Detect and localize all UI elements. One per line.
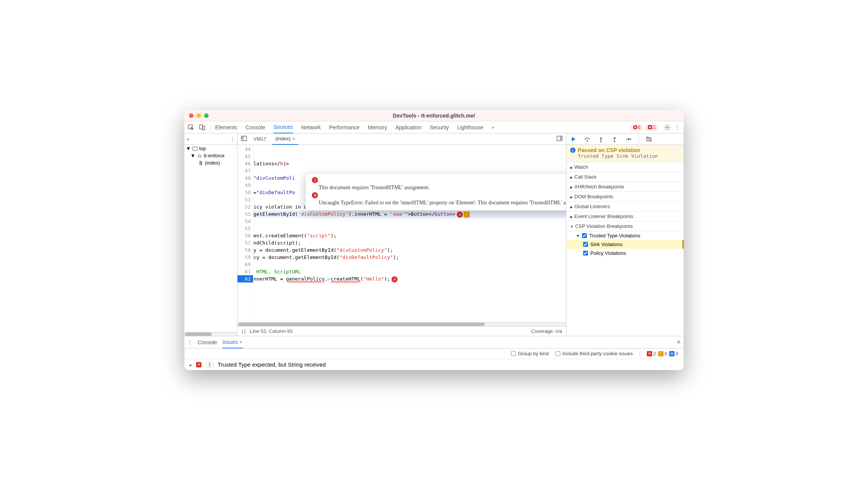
error-count-badge[interactable]: 6	[631, 124, 643, 130]
issues-blue-badge: ⊟0	[669, 351, 678, 356]
status-bar: {}Line 53, Column 93 Coverage: n/a	[237, 326, 566, 336]
drawer-close-icon[interactable]: ×	[676, 338, 681, 346]
tab-console[interactable]: Console	[245, 122, 265, 133]
error-icon: ✕	[196, 362, 201, 367]
svg-point-10	[601, 141, 601, 141]
svg-rect-1	[200, 125, 203, 129]
issue-text: Trusted Type expected, but String receiv…	[218, 361, 326, 368]
pause-subtitle: Trusted Type Sink Violation	[570, 153, 680, 159]
inspect-icon[interactable]	[187, 124, 194, 131]
navigator-menu-icon[interactable]: ⋮	[230, 136, 235, 142]
issues-yellow-badge: !0	[658, 351, 667, 356]
svg-rect-2	[203, 126, 205, 130]
debugger-panel: iPaused on CSP violation Trusted Type Si…	[566, 133, 684, 336]
svg-rect-0	[188, 125, 192, 129]
navigator-panel: » ⋮ ▼ top ▼ tt-enforce (index)	[184, 133, 237, 336]
section-callstack[interactable]: Call Stack	[566, 172, 684, 182]
step-icon[interactable]	[625, 136, 632, 143]
titlebar: DevTools - tt-enforced.glitch.me/	[184, 110, 684, 121]
cursor-position: Line 53, Column 93	[250, 328, 292, 334]
issue-trusted-type[interactable]: ✕ 1 Trusted Type expected, but String re…	[184, 359, 684, 370]
checkbox-policy[interactable]	[583, 251, 588, 256]
window-title: DevTools - tt-enforced.glitch.me/	[184, 113, 684, 119]
file-tabs: VM17 (index)	[237, 133, 566, 145]
file-tab-index[interactable]: (index)	[272, 133, 299, 145]
devtools-window: DevTools - tt-enforced.glitch.me/ Elemen…	[184, 110, 684, 370]
step-over-icon[interactable]	[584, 136, 591, 143]
svg-point-5	[667, 126, 668, 128]
code-editor[interactable]: 44454647484950515253545556575859606162 l…	[237, 145, 566, 322]
error-tooltip: 2 This document requires 'TrustedHTML' a…	[306, 174, 566, 210]
drawer-tabs: ⋮ Console Issues ×	[184, 336, 684, 348]
svg-point-12	[630, 138, 631, 139]
tab-security[interactable]: Security	[430, 122, 449, 133]
section-dom[interactable]: DOM Breakpoints	[566, 192, 684, 202]
pause-banner: iPaused on CSP violation Trusted Type Si…	[566, 145, 684, 162]
drawer-tab-issues[interactable]: Issues	[222, 336, 242, 348]
main-area: » ⋮ ▼ top ▼ tt-enforce (index) VM17 (ind…	[184, 133, 684, 336]
tab-memory[interactable]: Memory	[368, 122, 387, 133]
coverage-status: Coverage: n/a	[531, 328, 562, 334]
gear-icon[interactable]	[664, 124, 671, 131]
tree-file-index[interactable]: (index)	[184, 159, 237, 166]
csp-sink-violations[interactable]: Sink Violations	[566, 240, 684, 249]
braces-icon[interactable]: {}	[241, 328, 246, 334]
svg-point-9	[587, 140, 588, 141]
close-icon	[239, 339, 243, 345]
resume-icon[interactable]	[570, 136, 577, 143]
tab-network[interactable]: Network	[301, 122, 321, 133]
svg-point-11	[614, 141, 615, 141]
close-icon[interactable]	[292, 135, 296, 142]
navigator-expand-icon[interactable]: »	[187, 136, 189, 142]
error-icon: ✕	[312, 192, 318, 198]
file-tab-vm17[interactable]: VM17	[250, 134, 269, 144]
tab-performance[interactable]: Performance	[329, 122, 359, 133]
deactivate-breakpoints-icon[interactable]	[646, 136, 653, 143]
issues-red-badge: ✕2	[647, 351, 656, 356]
checkbox-sink[interactable]	[583, 242, 588, 247]
main-tabs: Elements Console Sources Network Perform…	[215, 121, 626, 133]
checkbox-trusted[interactable]	[582, 233, 587, 238]
drawer-toolbar: Group by kind Include third-party cookie…	[184, 348, 684, 359]
tree-origin[interactable]: ▼ tt-enforce	[184, 152, 237, 159]
svg-rect-6	[193, 147, 197, 150]
expand-icon[interactable]	[190, 361, 192, 368]
section-event[interactable]: Event Listener Breakpoints	[566, 212, 684, 221]
drawer-tab-console[interactable]: Console	[198, 337, 217, 348]
svg-text:i: i	[572, 148, 574, 152]
issues-count-badge[interactable]: 2	[646, 124, 658, 130]
section-global[interactable]: Global Listeners	[566, 202, 684, 212]
code-scrollbar[interactable]	[237, 322, 566, 326]
drawer-menu-icon[interactable]: ⋮	[187, 339, 192, 345]
tooltip-line2: Uncaught TypeError: Failed to set the 'i…	[310, 199, 566, 207]
navigate-icon[interactable]	[241, 135, 247, 143]
step-out-icon[interactable]	[611, 136, 618, 143]
include-third-party[interactable]: Include third-party cookie issues	[555, 351, 633, 356]
tab-lighthouse[interactable]: Lighthouse	[457, 122, 483, 133]
run-snippet-icon[interactable]	[556, 135, 563, 143]
section-xhr[interactable]: XHR/fetch Breakpoints	[566, 182, 684, 192]
kebab-icon[interactable]: ⋮	[674, 124, 681, 131]
step-into-icon[interactable]	[598, 136, 604, 143]
code-panel: VM17 (index) 444546474849505152535455565…	[237, 133, 566, 336]
tab-application[interactable]: Application	[395, 122, 421, 133]
tab-elements[interactable]: Elements	[215, 122, 237, 133]
csp-trusted-types[interactable]: ▼Trusted Type Violations	[566, 231, 684, 240]
main-toolbar: Elements Console Sources Network Perform…	[184, 121, 684, 133]
line-gutter: 44454647484950515253545556575859606162	[237, 145, 253, 322]
tree-top[interactable]: ▼ top	[184, 145, 237, 152]
group-by-kind[interactable]: Group by kind	[511, 351, 549, 356]
csp-policy-violations[interactable]: Policy Violations	[566, 249, 684, 257]
more-tabs-icon[interactable]: »	[492, 124, 494, 130]
debug-toolbar	[566, 133, 684, 145]
device-icon[interactable]	[199, 124, 206, 131]
error-count-icon: 2	[312, 177, 318, 183]
tooltip-line1: This document requires 'TrustedHTML' ass…	[310, 184, 566, 191]
tab-sources[interactable]: Sources	[274, 121, 293, 133]
issue-count: 1	[205, 362, 214, 368]
pause-title-text: Paused on CSP violation	[578, 147, 640, 153]
section-csp[interactable]: CSP Violation Breakpoints	[566, 221, 684, 231]
nav-scrollbar[interactable]	[184, 332, 237, 336]
section-watch[interactable]: Watch	[566, 162, 684, 172]
